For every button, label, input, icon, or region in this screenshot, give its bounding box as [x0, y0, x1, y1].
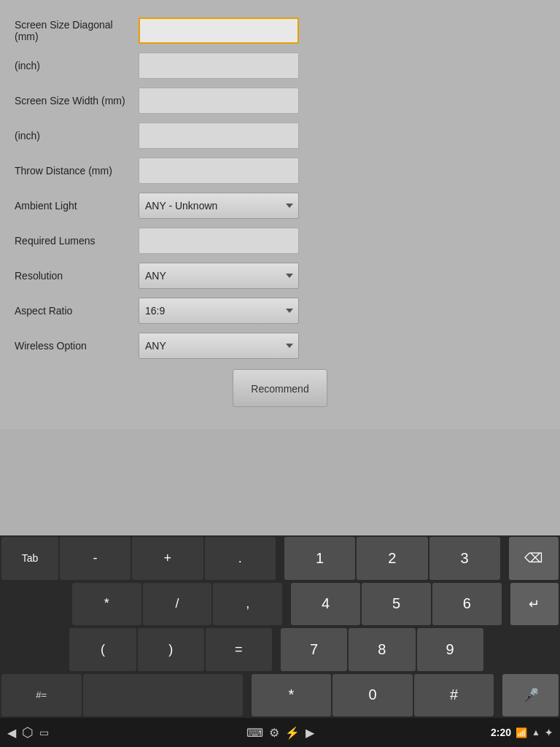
key-0[interactable]: 0	[332, 674, 413, 717]
empty-key-3b	[492, 628, 559, 671]
wireless-option-select[interactable]: ANY Built-in Optional None	[139, 333, 299, 359]
recents-button[interactable]: ▭	[39, 727, 49, 738]
usb-icon: ⚡	[285, 726, 300, 740]
screen-size-diagonal-inch-row: (inch)	[0, 50, 560, 82]
keyboard-icon: ⌨	[246, 726, 263, 740]
comma-key[interactable]: ,	[213, 583, 282, 626]
key-1[interactable]: 1	[284, 537, 355, 580]
open-paren-key[interactable]: (	[69, 628, 136, 671]
tab-key[interactable]: Tab	[1, 537, 58, 580]
throw-distance-label: Throw Distance (mm)	[15, 165, 139, 177]
home-button[interactable]: ⬡	[22, 724, 34, 740]
signal-icon: ▲	[532, 727, 540, 738]
screen-size-diagonal-inch-input[interactable]	[139, 53, 299, 79]
form-area: Screen Size Diagonal (mm) (inch) Screen …	[0, 0, 560, 429]
empty-key-3	[1, 628, 68, 671]
wireless-option-label: Wireless Option	[15, 340, 139, 352]
screen-size-diagonal-row: Screen Size Diagonal (mm)	[0, 15, 560, 47]
settings-icon: ⚙	[269, 726, 279, 740]
key-3[interactable]: 3	[429, 537, 500, 580]
aspect-ratio-select[interactable]: 16:9 4:3 16:10 2.35:1	[139, 298, 299, 324]
slash-key[interactable]: /	[143, 583, 212, 626]
mic-icon: 🎤	[523, 687, 539, 703]
equals-key[interactable]: =	[206, 628, 272, 671]
screen-size-width-row: Screen Size Width (mm)	[0, 85, 560, 117]
keyboard-row-1: Tab - + . 1 2 3 ⌫	[0, 535, 560, 581]
resolution-select[interactable]: ANY SVGA XGA WXGA HD Full HD 4K	[139, 263, 299, 289]
screen-size-width-inch-row: (inch)	[0, 120, 560, 152]
backspace-key[interactable]: ⌫	[509, 537, 559, 580]
resolution-label: Resolution	[15, 270, 139, 282]
mic-key[interactable]: 🎤	[502, 674, 559, 717]
status-bar-center: ⌨ ⚙ ⚡ ▶	[191, 726, 369, 740]
status-bar-right: 2:20 📶 ▲ ✦	[375, 727, 553, 738]
period-key[interactable]: .	[205, 537, 276, 580]
minus-key[interactable]: -	[60, 537, 131, 580]
ambient-light-select[interactable]: ANY - Unknown Low Medium High	[139, 193, 299, 219]
status-bar: ◀ ⬡ ▭ ⌨ ⚙ ⚡ ▶ 2:20 📶 ▲ ✦	[0, 718, 560, 747]
throw-distance-row: Throw Distance (mm)	[0, 155, 560, 187]
wifi-icon: 📶	[516, 727, 527, 738]
cast-icon: ▶	[306, 726, 314, 740]
screen-size-width-label: Screen Size Width (mm)	[15, 95, 139, 107]
aspect-ratio-label: Aspect Ratio	[15, 305, 139, 317]
screen-size-diagonal-inch-label: (inch)	[15, 60, 139, 71]
required-lumens-input[interactable]	[139, 228, 299, 254]
keyboard-row-4: #= * 0 # 🎤	[0, 673, 560, 719]
screen-size-diagonal-input[interactable]	[139, 18, 299, 44]
resolution-row: Resolution ANY SVGA XGA WXGA HD Full HD …	[0, 260, 560, 292]
status-bar-left: ◀ ⬡ ▭	[7, 724, 185, 740]
enter-key[interactable]: ↵	[510, 583, 559, 626]
screen-size-width-input[interactable]	[139, 88, 299, 114]
back-button[interactable]: ◀	[7, 726, 16, 740]
plus-key[interactable]: +	[132, 537, 203, 580]
wireless-option-select-wrapper: ANY Built-in Optional None	[139, 333, 299, 359]
throw-distance-input[interactable]	[139, 158, 299, 184]
resolution-select-wrapper: ANY SVGA XGA WXGA HD Full HD 4K	[139, 263, 299, 289]
screen-size-width-inch-label: (inch)	[15, 130, 139, 142]
key-hash[interactable]: #	[414, 674, 494, 717]
backspace-icon: ⌫	[524, 550, 542, 566]
asterisk-key[interactable]: *	[72, 583, 141, 626]
keyboard: Tab - + . 1 2 3 ⌫ * / , 4 5 6 ↵ ( ) = 7 …	[0, 535, 560, 718]
space-key-left[interactable]	[83, 674, 243, 717]
key-star[interactable]: *	[252, 674, 332, 717]
ambient-light-select-wrapper: ANY - Unknown Low Medium High	[139, 193, 299, 219]
key-6[interactable]: 6	[432, 583, 502, 626]
enter-icon: ↵	[529, 596, 540, 612]
ambient-light-label: Ambient Light	[15, 200, 139, 212]
aspect-ratio-row: Aspect Ratio 16:9 4:3 16:10 2.35:1	[0, 295, 560, 327]
key-7[interactable]: 7	[281, 628, 347, 671]
key-8[interactable]: 8	[349, 628, 415, 671]
required-lumens-label: Required Lumens	[15, 235, 139, 247]
key-9[interactable]: 9	[417, 628, 483, 671]
key-5[interactable]: 5	[362, 583, 431, 626]
recommend-button[interactable]: Recommend	[233, 369, 327, 407]
key-4[interactable]: 4	[291, 583, 360, 626]
wireless-option-row: Wireless Option ANY Built-in Optional No…	[0, 330, 560, 362]
screen-size-width-inch-input[interactable]	[139, 123, 299, 149]
keyboard-row-2: * / , 4 5 6 ↵	[0, 581, 560, 627]
required-lumens-row: Required Lumens	[0, 225, 560, 257]
keyboard-row-3: ( ) = 7 8 9	[0, 627, 560, 673]
symbols-key[interactable]: #=	[1, 674, 82, 717]
empty-key-2	[1, 583, 71, 626]
screen-size-diagonal-label: Screen Size Diagonal (mm)	[15, 19, 139, 42]
key-2[interactable]: 2	[357, 537, 427, 580]
bluetooth-icon: ✦	[545, 727, 553, 738]
ambient-light-row: Ambient Light ANY - Unknown Low Medium H…	[0, 190, 560, 222]
time-display: 2:20	[491, 727, 511, 738]
aspect-ratio-select-wrapper: 16:9 4:3 16:10 2.35:1	[139, 298, 299, 324]
close-paren-key[interactable]: )	[138, 628, 204, 671]
